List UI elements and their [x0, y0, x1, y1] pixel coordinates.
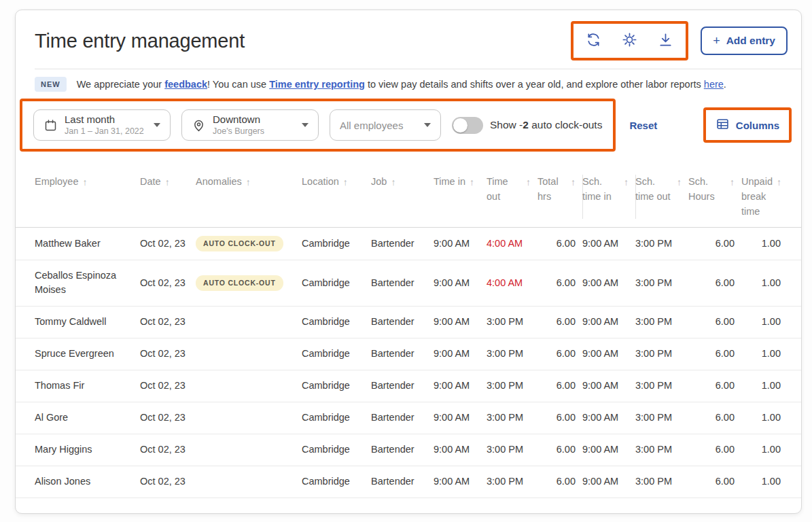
column-header-location[interactable]: Location↑ [302, 175, 371, 219]
column-header-total-hrs[interactable]: Total hrs↑ [537, 175, 583, 219]
settings-button[interactable] [622, 32, 637, 50]
cell-sch-time-in: 9:00 AM [582, 402, 635, 433]
columns-highlight-box: Columns [703, 107, 792, 143]
gear-icon [622, 32, 637, 50]
chevron-down-icon [154, 123, 160, 127]
cell-date: Oct 02, 23 [140, 370, 196, 401]
cell-sch-time-out: 3:00 PM [635, 268, 688, 298]
cell-sch-hours: 6.00 [688, 268, 741, 298]
cell-location: Cambridge [302, 307, 371, 337]
column-header-job[interactable]: Job↑ [371, 175, 434, 219]
cell-anomalies [196, 474, 302, 490]
table-row[interactable]: Ceballos Espinoza Moises Oct 02, 23 AUTO… [16, 260, 801, 306]
table-row[interactable]: Mary Higgins Oct 02, 23 Cambridge Barten… [16, 434, 801, 466]
cell-time-out: 3:00 PM [487, 307, 537, 337]
cell-sch-time-out: 3:00 PM [635, 402, 688, 433]
cell-employee: Al Gore [35, 402, 140, 433]
cell-job: Bartender [371, 370, 434, 401]
feedback-link[interactable]: feedback [164, 79, 207, 90]
cell-time-out: 3:00 PM [487, 338, 537, 369]
auto-clockouts-toggle[interactable] [452, 117, 483, 134]
refresh-button[interactable] [586, 32, 601, 50]
cell-time-in: 9:00 AM [434, 268, 487, 298]
cell-time-in: 9:00 AM [434, 228, 487, 259]
column-header-time-out[interactable]: Time out↑ [487, 175, 537, 219]
download-button[interactable] [658, 32, 673, 50]
cell-location: Cambridge [302, 402, 371, 433]
location-select[interactable]: Downtown Joe's Burgers [181, 109, 319, 141]
cell-time-in: 9:00 AM [434, 307, 487, 337]
cell-date: Oct 02, 23 [140, 466, 196, 497]
column-header-sch-hours[interactable]: Sch. Hours↑ [688, 175, 741, 219]
reset-button[interactable]: Reset [629, 120, 657, 131]
banner-text-3: to view pay details and shifts over a ye… [365, 79, 704, 90]
cell-total-hrs: 6.00 [537, 307, 582, 337]
date-range-select[interactable]: Last month Jan 1 – Jan 31, 2022 [33, 109, 171, 141]
cell-sch-hours: 6.00 [688, 370, 741, 401]
cell-job: Bartender [371, 466, 434, 497]
column-label: Unpaid break time [741, 175, 773, 219]
cell-sch-hours: 6.00 [688, 434, 741, 465]
location-text: Downtown Joe's Burgers [213, 114, 264, 137]
cell-date: Oct 02, 23 [140, 228, 196, 259]
banner-text-2: ! You can use [207, 79, 269, 90]
employees-select[interactable]: All employees [330, 109, 441, 141]
cell-sch-time-out: 3:00 PM [635, 307, 688, 337]
cell-job: Bartender [371, 402, 434, 433]
column-header-sch-time-in[interactable]: Sch. time in↑ [582, 175, 636, 219]
column-header-sch-time-out[interactable]: Sch. time out↑ [635, 175, 688, 219]
cell-date: Oct 02, 23 [140, 268, 196, 298]
table-row[interactable]: Spruce Evergreen Oct 02, 23 Cambridge Ba… [16, 338, 801, 370]
cell-sch-time-out: 3:00 PM [635, 228, 688, 259]
column-header-date[interactable]: Date↑ [140, 175, 196, 219]
auto-clock-out-badge: AUTO CLOCK-OUT [196, 275, 283, 291]
sort-asc-icon: ↑ [165, 175, 170, 190]
cell-anomalies: AUTO CLOCK-OUT [196, 267, 302, 299]
date-range-label: Last month [65, 114, 144, 126]
table-row[interactable]: Alison Jones Oct 02, 23 Cambridge Barten… [16, 466, 801, 498]
column-header-unpaid-break-time[interactable]: Unpaid break time↑ [741, 175, 788, 219]
table-row[interactable]: Thomas Fir Oct 02, 23 Cambridge Bartende… [16, 370, 801, 402]
column-header-employee[interactable]: Employee↑ [35, 175, 140, 219]
cell-date: Oct 02, 23 [140, 338, 196, 369]
columns-button[interactable]: Columns [716, 117, 779, 133]
cell-date: Oct 02, 23 [140, 434, 196, 465]
cell-unpaid-break-time: 1.00 [741, 402, 788, 433]
cell-employee: Mary Higgins [35, 434, 140, 465]
column-header-time-in[interactable]: Time in↑ [434, 175, 487, 219]
table-row[interactable]: Tommy Caldwell Oct 02, 23 Cambridge Bart… [16, 307, 801, 338]
toggle-count: 2 [523, 119, 529, 130]
add-entry-button[interactable]: + Add entry [701, 27, 788, 55]
cell-time-in: 9:00 AM [434, 466, 487, 497]
plus-icon: + [713, 36, 720, 46]
page-title: Time entry management [35, 30, 245, 52]
sort-asc-icon: ↑ [526, 175, 531, 190]
toggle-label-pre: Show - [490, 119, 523, 130]
cell-time-out: 3:00 PM [487, 434, 537, 465]
here-link[interactable]: here [704, 79, 724, 90]
cell-location: Cambridge [302, 338, 371, 369]
column-label: Job [371, 175, 387, 190]
cell-anomalies [196, 314, 302, 330]
table-row[interactable]: Matthew Baker Oct 02, 23 AUTO CLOCK-OUT … [16, 228, 801, 260]
chevron-down-icon [302, 123, 308, 127]
cell-time-in: 9:00 AM [434, 370, 487, 401]
cell-time-out: 3:00 PM [487, 402, 537, 433]
cell-sch-time-out: 3:00 PM [635, 466, 688, 497]
location-label: Downtown [213, 114, 264, 126]
cell-anomalies: AUTO CLOCK-OUT [196, 228, 302, 260]
cell-anomalies [196, 346, 302, 362]
column-header-anomalies[interactable]: Anomalies↑ [196, 175, 302, 219]
auto-clockouts-toggle-group: Show -2 auto clock-outs [452, 117, 602, 134]
toggle-knob [453, 118, 467, 133]
cell-sch-hours: 6.00 [688, 228, 741, 259]
time-entry-reporting-link[interactable]: Time entry reporting [269, 79, 365, 90]
cell-time-out: 3:00 PM [487, 466, 537, 497]
cell-sch-hours: 6.00 [688, 307, 741, 337]
cell-sch-time-in: 9:00 AM [582, 307, 635, 337]
cell-sch-time-out: 3:00 PM [635, 370, 688, 401]
cell-employee: Ceballos Espinoza Moises [35, 260, 140, 305]
cell-sch-time-in: 9:00 AM [582, 338, 635, 369]
table-row[interactable]: Al Gore Oct 02, 23 Cambridge Bartender 9… [16, 402, 801, 434]
column-label: Sch. time in [582, 175, 620, 205]
